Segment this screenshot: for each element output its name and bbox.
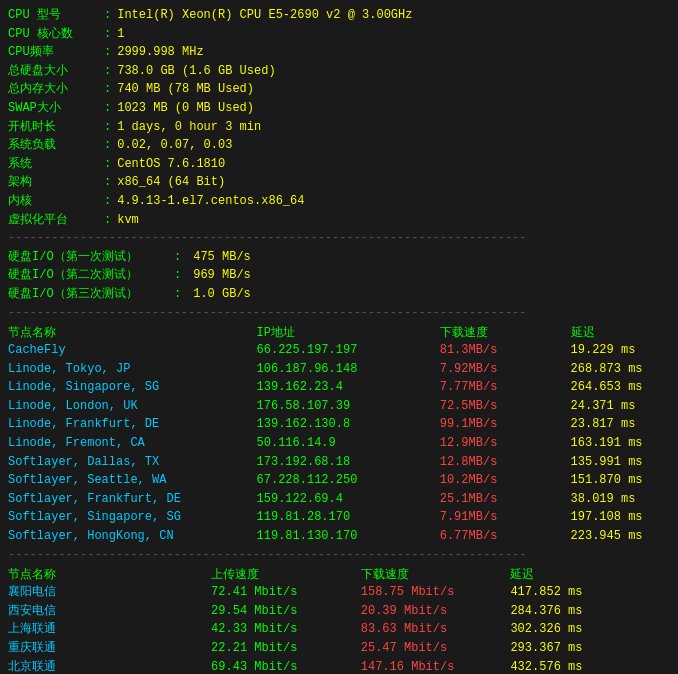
cn-node-ul: 22.21 Mbit/s: [211, 639, 361, 658]
intl-table-row: CacheFly 66.225.197.197 81.3MB/s 19.229 …: [8, 341, 670, 360]
diskio-row: 硬盘I/O（第二次测试）:969 MB/s: [8, 266, 670, 285]
cn-table-row: 重庆联通 22.21 Mbit/s 25.47 Mbit/s 293.367 m…: [8, 639, 670, 658]
sysinfo-section: CPU 型号 : Intel(R) Xeon(R) CPU E5-2690 v2…: [8, 6, 670, 229]
sysinfo-row: 总硬盘大小 : 738.0 GB (1.6 GB Used): [8, 62, 670, 81]
intl-table-row: Softlayer, Singapore, SG 119.81.28.170 7…: [8, 508, 670, 527]
node-latency: 23.817 ms: [571, 415, 670, 434]
node-latency: 135.991 ms: [571, 453, 670, 472]
node-ip: 106.187.96.148: [257, 360, 440, 379]
node-dl: 25.1MB/s: [440, 490, 571, 509]
intl-table-row: Linode, Tokyo, JP 106.187.96.148 7.92MB/…: [8, 360, 670, 379]
sysinfo-label: 总硬盘大小: [8, 62, 98, 81]
intl-table-row: Linode, London, UK 176.58.107.39 72.5MB/…: [8, 397, 670, 416]
node-name: Linode, Singapore, SG: [8, 378, 257, 397]
sysinfo-row: CPU频率 : 2999.998 MHz: [8, 43, 670, 62]
cn-node-ul: 42.33 Mbit/s: [211, 620, 361, 639]
intl-table-row: Linode, Frankfurt, DE 139.162.130.8 99.1…: [8, 415, 670, 434]
cn-col-dl: 下载速度: [361, 566, 511, 583]
sysinfo-row: 总内存大小 : 740 MB (78 MB Used): [8, 80, 670, 99]
sysinfo-value: Intel(R) Xeon(R) CPU E5-2690 v2 @ 3.00GH…: [117, 6, 412, 25]
divider-3: ----------------------------------------…: [8, 546, 670, 565]
node-ip: 119.81.28.170: [257, 508, 440, 527]
cn-node-name: 襄阳电信: [8, 583, 211, 602]
cn-node-ul: 29.54 Mbit/s: [211, 602, 361, 621]
node-name: Softlayer, Frankfurt, DE: [8, 490, 257, 509]
node-ip: 50.116.14.9: [257, 434, 440, 453]
cn-node-name: 上海联通: [8, 620, 211, 639]
cn-table-header: 节点名称 上传速度 下载速度 延迟: [8, 566, 670, 583]
sysinfo-value: 0.02, 0.07, 0.03: [117, 136, 232, 155]
cn-node-latency: 302.326 ms: [510, 620, 670, 639]
node-name: Softlayer, Seattle, WA: [8, 471, 257, 490]
sysinfo-value: 740 MB (78 MB Used): [117, 80, 254, 99]
diskio-row: 硬盘I/O（第三次测试）:1.0 GB/s: [8, 285, 670, 304]
sysinfo-label: SWAP大小: [8, 99, 98, 118]
sysinfo-row: SWAP大小 : 1023 MB (0 MB Used): [8, 99, 670, 118]
cn-node-latency: 284.376 ms: [510, 602, 670, 621]
sysinfo-row: 虚拟化平台 : kvm: [8, 211, 670, 230]
node-ip: 66.225.197.197: [257, 341, 440, 360]
cn-node-dl: 20.39 Mbit/s: [361, 602, 511, 621]
node-latency: 223.945 ms: [571, 527, 670, 546]
node-name: Softlayer, HongKong, CN: [8, 527, 257, 546]
node-ip: 176.58.107.39: [257, 397, 440, 416]
sysinfo-value: 1: [117, 25, 124, 44]
col-header-dl: 下载速度: [440, 324, 571, 341]
col-header-latency: 延迟: [571, 324, 670, 341]
intl-table-row: Softlayer, Frankfurt, DE 159.122.69.4 25…: [8, 490, 670, 509]
divider-2: ----------------------------------------…: [8, 304, 670, 323]
cn-table-row: 襄阳电信 72.41 Mbit/s 158.75 Mbit/s 417.852 …: [8, 583, 670, 602]
cn-node-dl: 158.75 Mbit/s: [361, 583, 511, 602]
sysinfo-label: 虚拟化平台: [8, 211, 98, 230]
cn-col-ul: 上传速度: [211, 566, 361, 583]
diskio-row: 硬盘I/O（第一次测试）:475 MB/s: [8, 248, 670, 267]
sysinfo-value: CentOS 7.6.1810: [117, 155, 225, 174]
node-ip: 159.122.69.4: [257, 490, 440, 509]
sysinfo-value: 1023 MB (0 MB Used): [117, 99, 254, 118]
col-header-name: 节点名称: [8, 324, 257, 341]
sysinfo-row: 开机时长 : 1 days, 0 hour 3 min: [8, 118, 670, 137]
sysinfo-label: 总内存大小: [8, 80, 98, 99]
node-name: Linode, Frankfurt, DE: [8, 415, 257, 434]
node-name: Linode, Fremont, CA: [8, 434, 257, 453]
network-intl-section: 节点名称 IP地址 下载速度 延迟 CacheFly 66.225.197.19…: [8, 324, 670, 546]
node-ip: 67.228.112.250: [257, 471, 440, 490]
node-ip: 139.162.23.4: [257, 378, 440, 397]
sysinfo-label: CPU频率: [8, 43, 98, 62]
node-dl: 7.77MB/s: [440, 378, 571, 397]
sysinfo-value: 4.9.13-1.el7.centos.x86_64: [117, 192, 304, 211]
sysinfo-value: 738.0 GB (1.6 GB Used): [117, 62, 275, 81]
cn-table-row: 北京联通 69.43 Mbit/s 147.16 Mbit/s 432.576 …: [8, 658, 670, 674]
diskio-section: 硬盘I/O（第一次测试）:475 MB/s硬盘I/O（第二次测试）:969 MB…: [8, 248, 670, 304]
sysinfo-value: 1 days, 0 hour 3 min: [117, 118, 261, 137]
sysinfo-row: CPU 型号 : Intel(R) Xeon(R) CPU E5-2690 v2…: [8, 6, 670, 25]
cn-node-name: 西安电信: [8, 602, 211, 621]
intl-table-row: Linode, Singapore, SG 139.162.23.4 7.77M…: [8, 378, 670, 397]
cn-node-ul: 69.43 Mbit/s: [211, 658, 361, 674]
node-ip: 139.162.130.8: [257, 415, 440, 434]
sysinfo-label: 开机时长: [8, 118, 98, 137]
intl-table-header: 节点名称 IP地址 下载速度 延迟: [8, 324, 670, 341]
cn-node-name: 北京联通: [8, 658, 211, 674]
sysinfo-row: 系统 : CentOS 7.6.1810: [8, 155, 670, 174]
node-dl: 10.2MB/s: [440, 471, 571, 490]
cn-table-row: 西安电信 29.54 Mbit/s 20.39 Mbit/s 284.376 m…: [8, 602, 670, 621]
sysinfo-row: 内核 : 4.9.13-1.el7.centos.x86_64: [8, 192, 670, 211]
node-name: Softlayer, Dallas, TX: [8, 453, 257, 472]
cn-col-latency: 延迟: [510, 566, 670, 583]
cn-node-name: 重庆联通: [8, 639, 211, 658]
node-dl: 99.1MB/s: [440, 415, 571, 434]
intl-table-row: Softlayer, HongKong, CN 119.81.130.170 6…: [8, 527, 670, 546]
node-latency: 38.019 ms: [571, 490, 670, 509]
node-dl: 7.92MB/s: [440, 360, 571, 379]
cn-node-dl: 83.63 Mbit/s: [361, 620, 511, 639]
node-ip: 173.192.68.18: [257, 453, 440, 472]
cn-col-name: 节点名称: [8, 566, 211, 583]
sysinfo-label: CPU 型号: [8, 6, 98, 25]
node-name: CacheFly: [8, 341, 257, 360]
node-latency: 151.870 ms: [571, 471, 670, 490]
node-dl: 6.77MB/s: [440, 527, 571, 546]
sysinfo-label: CPU 核心数: [8, 25, 98, 44]
intl-table-row: Softlayer, Dallas, TX 173.192.68.18 12.8…: [8, 453, 670, 472]
node-ip: 119.81.130.170: [257, 527, 440, 546]
